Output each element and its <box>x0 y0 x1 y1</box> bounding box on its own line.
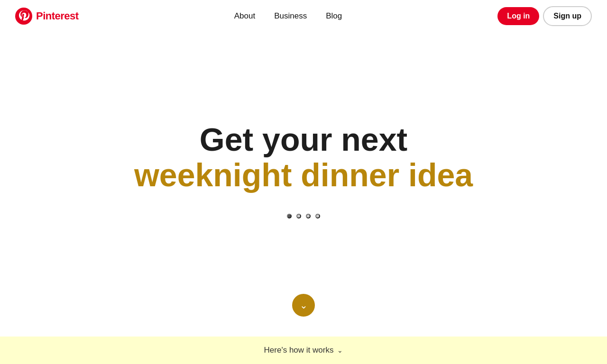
nav-link-business[interactable]: Business <box>267 8 314 25</box>
nav-actions: Log in Sign up <box>497 6 592 26</box>
dot-2[interactable] <box>296 214 301 218</box>
hero-line1: Get your next <box>134 122 473 157</box>
hero-line2: weeknight dinner idea <box>134 157 473 193</box>
svg-point-0 <box>15 8 32 25</box>
hero-title: Get your next weeknight dinner idea <box>134 122 473 193</box>
navbar: Pinterest About Business Blog Log in Sig… <box>0 0 607 32</box>
login-button[interactable]: Log in <box>497 7 539 25</box>
signup-button[interactable]: Sign up <box>543 6 592 26</box>
dot-1[interactable] <box>287 214 292 218</box>
nav-links: About Business Blog <box>227 8 349 25</box>
scroll-down-button[interactable]: ⌄ <box>292 294 315 317</box>
bottom-bar[interactable]: Here's how it works ⌄ <box>0 337 607 364</box>
dot-3[interactable] <box>306 214 311 218</box>
nav-link-about[interactable]: About <box>227 8 263 25</box>
slideshow-dots <box>287 214 320 218</box>
nav-link-blog[interactable]: Blog <box>318 8 349 25</box>
chevron-down-icon: ⌄ <box>300 300 308 310</box>
main-content: Get your next weeknight dinner idea <box>0 32 607 337</box>
chevron-down-small-icon: ⌄ <box>337 346 343 354</box>
how-it-works-text: Here's how it works <box>264 346 334 355</box>
pinterest-logo-icon <box>15 8 32 25</box>
logo-link[interactable]: Pinterest <box>15 8 79 25</box>
logo-text: Pinterest <box>36 10 79 22</box>
dot-4[interactable] <box>315 214 320 218</box>
